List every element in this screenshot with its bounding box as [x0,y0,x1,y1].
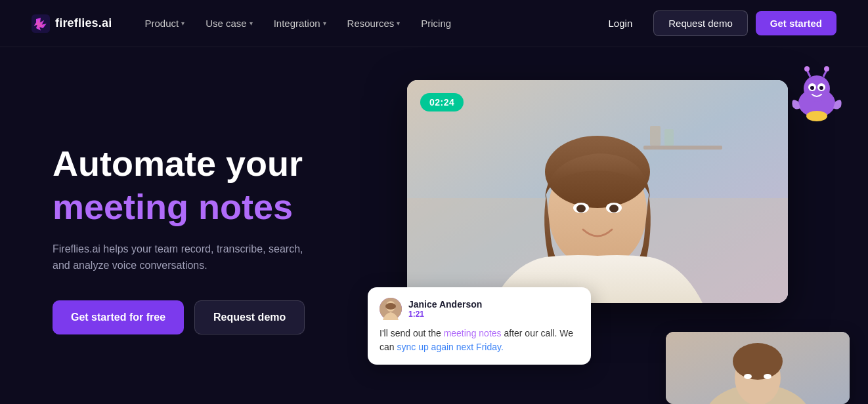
video-card: 02:24 [407,80,788,303]
hero-subtitle: Fireflies.ai helps your team record, tra… [53,241,315,274]
hero-title-line2: meeting notes [53,186,368,227]
chat-time: 1:21 [408,310,482,319]
svg-point-22 [810,86,814,90]
logo-icon [32,14,50,33]
nav-product[interactable]: Product ▾ [135,12,194,34]
get-started-button-nav[interactable]: Get started [756,11,836,35]
svg-point-13 [609,205,618,212]
svg-rect-4 [650,126,661,146]
hero-buttons: Get started for free Request demo [53,300,368,334]
nav-pricing-label: Pricing [421,18,451,29]
svg-point-17 [804,66,810,71]
svg-point-31 [733,343,783,380]
svg-point-27 [385,303,396,310]
chat-username: Janice Anderson [408,299,482,310]
svg-point-19 [824,66,829,71]
svg-point-24 [806,111,827,121]
nav-resources-label: Resources [347,18,395,29]
chat-user-info: Janice Anderson 1:21 [380,298,579,320]
timer-badge: 02:24 [420,93,464,111]
bottom-video-thumbnail [666,332,850,404]
brand-name: fireflies.ai [55,16,112,30]
person-in-call [407,80,788,303]
svg-point-32 [744,374,752,379]
nav-links: Product ▾ Use case ▾ Integration ▾ Resou… [135,12,595,34]
svg-point-11 [576,205,586,212]
hero-title-line1: Automate your [53,143,368,184]
chat-text-start: I'll send out the [380,328,444,338]
nav-right: Login Request demo Get started [596,10,836,36]
nav-use-case-label: Use case [206,18,247,29]
nav-resources[interactable]: Resources ▾ [338,12,410,34]
robot-mascot [787,64,846,123]
chat-link-meeting-notes[interactable]: meeting notes [444,328,502,338]
chat-bubble: Janice Anderson 1:21 I'll send out the m… [368,287,591,365]
chat-link-sync[interactable]: sync up again next Friday. [397,342,503,352]
nav-integration[interactable]: Integration ▾ [265,12,336,34]
chevron-down-icon: ▾ [181,20,184,27]
video-background [407,80,788,303]
chevron-down-icon: ▾ [323,20,326,27]
chevron-down-icon: ▾ [397,20,400,27]
navbar: fireflies.ai Product ▾ Use case ▾ Integr… [0,0,868,47]
request-demo-button-hero[interactable]: Request demo [194,300,305,334]
logo[interactable]: fireflies.ai [32,14,112,33]
chat-message: I'll send out the meeting notes after ou… [380,327,579,354]
svg-point-15 [804,75,830,102]
nav-pricing[interactable]: Pricing [412,12,460,34]
request-demo-button-nav[interactable]: Request demo [653,10,748,36]
login-button[interactable]: Login [596,11,646,35]
nav-product-label: Product [144,18,179,29]
svg-point-33 [764,374,771,379]
hero-content: Automate your meeting notes Fireflies.ai… [53,143,368,334]
hero-visual: 02:24 [368,73,836,404]
nav-integration-label: Integration [274,18,320,29]
avatar [380,298,402,320]
svg-rect-5 [664,129,674,146]
svg-point-23 [819,86,823,90]
get-started-free-button[interactable]: Get started for free [53,300,184,334]
nav-use-case[interactable]: Use case ▾ [196,12,262,34]
svg-rect-3 [643,146,722,150]
chat-user-details: Janice Anderson 1:21 [408,299,482,319]
hero-section: Automate your meeting notes Fireflies.ai… [0,47,868,404]
chevron-down-icon: ▾ [250,20,253,27]
